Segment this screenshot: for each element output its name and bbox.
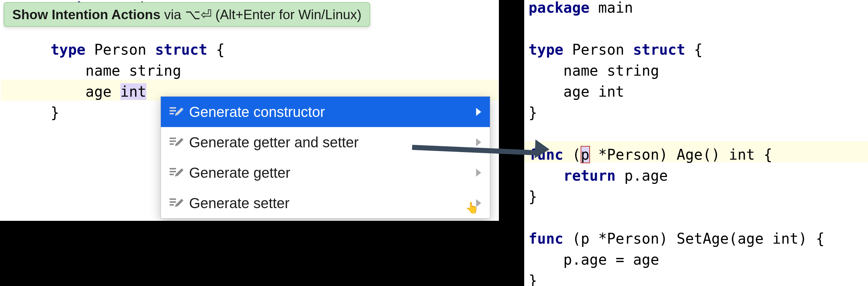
code-text: (: [563, 146, 581, 163]
code-text: p.age: [616, 167, 668, 184]
code-text: name string: [529, 62, 659, 79]
pane-divider: [499, 0, 524, 286]
popup-item-generate-constructor[interactable]: Generate constructor: [161, 97, 490, 127]
popup-item-generate-setter[interactable]: Generate setter: [161, 188, 490, 218]
popup-item-label: Generate constructor: [189, 104, 469, 120]
code-text: }: [529, 104, 537, 121]
editor-left-pane: package main type Person struct { name s…: [0, 0, 499, 221]
code-text: p.age = age: [529, 251, 659, 268]
popup-item-generate-getter[interactable]: Generate getter: [161, 157, 490, 188]
left-black-area: [0, 221, 499, 286]
edit-icon: [170, 198, 182, 209]
tooltip-text: (Alt+Enter for Win/Linux): [212, 7, 362, 22]
keyword: struct: [633, 41, 685, 58]
edit-icon: [170, 106, 182, 117]
keyword: package: [529, 0, 590, 16]
chevron-right-icon: [476, 108, 481, 116]
mouse-cursor-icon: 👆: [465, 201, 479, 214]
code-text: }: [529, 188, 537, 205]
code-text: {: [685, 41, 702, 58]
code-text: Person: [85, 41, 155, 58]
edit-icon: [170, 167, 182, 178]
keyword: func: [529, 230, 563, 247]
tooltip-action-name: Show Intention Actions: [12, 7, 161, 22]
code-text: [529, 167, 563, 184]
intention-actions-popup: Generate constructor Generate getter and…: [161, 96, 490, 219]
code-text: main: [590, 0, 633, 16]
selection-highlight: int: [120, 83, 146, 100]
code-text: Person: [563, 41, 633, 58]
edit-icon: [170, 137, 182, 148]
editor-right-pane: package main type Person struct { name s…: [524, 0, 868, 286]
keyword: struct: [155, 41, 208, 58]
code-text: {: [207, 41, 225, 58]
code-text: *Person) Age() int {: [590, 146, 773, 163]
intention-tooltip: Show Intention Actions via ⌥⏎ (Alt+Enter…: [4, 2, 370, 27]
code-text: age int: [529, 83, 624, 100]
code-text: (p *Person) SetAge(age int) {: [563, 230, 824, 247]
code-text: age: [51, 83, 120, 100]
caret-highlight: p: [581, 146, 590, 163]
popup-item-generate-getter-setter[interactable]: Generate getter and setter: [161, 127, 490, 157]
popup-item-label: Generate getter: [189, 165, 469, 181]
code-text: }: [529, 272, 537, 286]
keyboard-shortcut: ⌥⏎: [185, 7, 212, 22]
popup-item-label: Generate setter: [189, 195, 469, 211]
code-text: name string: [51, 62, 181, 79]
chevron-right-icon: [476, 138, 481, 146]
tooltip-text: via: [161, 7, 185, 22]
code-text: }: [51, 104, 59, 121]
keyword: type: [529, 41, 563, 58]
chevron-right-icon: [476, 169, 481, 177]
keyword: return: [563, 167, 616, 184]
keyword: type: [51, 41, 85, 58]
source-code-after: package main type Person struct { name s…: [529, 0, 825, 286]
